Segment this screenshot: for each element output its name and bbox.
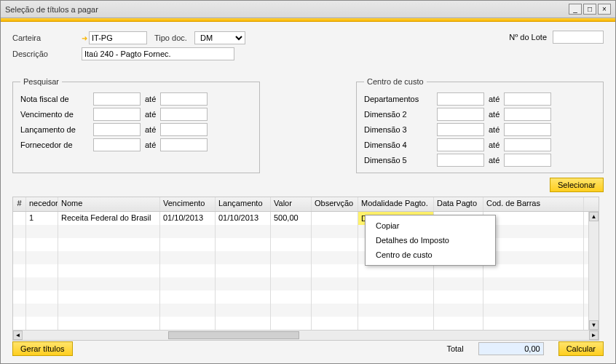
menu-centro-custo[interactable]: Centro de custo (366, 248, 495, 262)
tipodoc-select[interactable]: DM (194, 31, 245, 44)
scroll-thumb[interactable] (168, 331, 299, 339)
ate-label: até (145, 125, 156, 134)
col-data-pagto[interactable]: Data Pagto (434, 197, 483, 211)
cc-row-label: Departamentos (364, 95, 437, 103)
gerar-titulos-button[interactable]: Gerar títulos (12, 341, 73, 356)
table-row[interactable] (13, 317, 599, 330)
context-menu: Copiar Detalhes do Imposto Centro de cus… (365, 215, 496, 266)
lancamento-de-input[interactable] (93, 123, 141, 136)
vencimento-ate-input[interactable] (160, 108, 208, 121)
ate-label: até (489, 110, 499, 119)
ate-label: até (489, 156, 499, 165)
cell-obs (312, 212, 358, 225)
pesq-row-label: Nota fiscal de (20, 95, 93, 103)
minimize-button[interactable]: _ (569, 4, 582, 15)
col-nome[interactable]: Nome (58, 197, 160, 211)
centro-legend: Centro de custo (364, 77, 427, 86)
grid-header: # necedor Nome Vencimento Lançamento Val… (13, 197, 599, 212)
table-row[interactable] (13, 264, 599, 277)
selecionar-button[interactable]: Selecionar (550, 178, 604, 192)
dim5-ate-input[interactable] (504, 154, 551, 167)
ate-label: até (145, 110, 156, 119)
menu-detalhes-imposto[interactable]: Detalhes do Imposto (366, 233, 495, 248)
menu-copiar[interactable]: Copiar (366, 218, 495, 233)
lote-input[interactable] (553, 31, 604, 44)
grid: # necedor Nome Vencimento Lançamento Val… (12, 197, 599, 341)
fornecedor-ate-input[interactable] (160, 138, 208, 151)
total-label: Total (446, 344, 463, 353)
cell-valor: 500,00 (271, 212, 312, 225)
carteira-input[interactable] (89, 31, 147, 44)
cell-venc: 01/10/2013 (160, 212, 216, 225)
cell-necedor: 1 (26, 212, 58, 225)
col-lancamento[interactable]: Lançamento (216, 197, 271, 211)
vertical-scrollbar[interactable]: ▲ ▼ (588, 212, 599, 330)
cell-bar (483, 212, 584, 225)
dim2-de-input[interactable] (437, 108, 484, 121)
table-row[interactable] (13, 225, 599, 238)
tipodoc-label: Tipo doc. (154, 33, 194, 42)
departamentos-ate-input[interactable] (504, 92, 551, 106)
vencimento-de-input[interactable] (93, 108, 141, 121)
cell-nome: Receita Federal do Brasil (58, 212, 160, 225)
pesq-row-label: Vencimento de (20, 110, 93, 119)
dim3-de-input[interactable] (437, 123, 484, 136)
descricao-label: Descrição (12, 50, 82, 58)
pesq-row-label: Fornecedor de (20, 141, 93, 149)
total-value (478, 342, 544, 355)
window-title: Seleção de títulos a pagar (5, 5, 569, 14)
lote-label: Nº do Lote (509, 33, 547, 41)
arrow-icon: ➜ (82, 34, 87, 42)
centro-custo-fieldset: Centro de custo Departamentosaté Dimensã… (356, 77, 604, 173)
dim2-ate-input[interactable] (504, 108, 551, 121)
ate-label: até (489, 95, 499, 103)
pesquisar-legend: Pesquisar (20, 77, 62, 86)
pesquisar-fieldset: Pesquisar Nota fiscal deaté Vencimento d… (12, 77, 260, 173)
lancamento-ate-input[interactable] (160, 123, 208, 136)
scroll-right-icon[interactable]: ► (589, 331, 599, 340)
cc-row-label: Dimensão 3 (364, 125, 437, 134)
ate-label: até (489, 125, 499, 134)
table-row[interactable] (13, 251, 599, 264)
descricao-input[interactable] (82, 47, 234, 60)
col-modalidade[interactable]: Modalidade Pagto. (358, 197, 434, 211)
calcular-button[interactable]: Calcular (558, 341, 604, 356)
departamentos-de-input[interactable] (437, 92, 484, 106)
col-num[interactable]: # (13, 197, 26, 211)
titlebar: Seleção de títulos a pagar _ □ × (1, 1, 615, 18)
window: Seleção de títulos a pagar _ □ × Carteir… (0, 0, 616, 364)
col-vencimento[interactable]: Vencimento (160, 197, 216, 211)
col-necedor[interactable]: necedor (26, 197, 58, 211)
table-row[interactable] (13, 277, 599, 290)
col-cod-barras[interactable]: Cod. de Barras (483, 197, 584, 211)
nota-fiscal-de-input[interactable] (93, 92, 141, 106)
horizontal-scrollbar[interactable]: ◄ ► (13, 330, 599, 340)
table-row[interactable] (13, 304, 599, 317)
pesq-row-label: Lançamento de (20, 125, 93, 134)
dim3-ate-input[interactable] (504, 123, 551, 136)
cc-row-label: Dimensão 2 (364, 110, 437, 119)
carteira-label: Carteira (12, 33, 82, 42)
table-row[interactable] (13, 290, 599, 304)
dim4-ate-input[interactable] (504, 138, 551, 151)
scroll-down-icon[interactable]: ▼ (589, 320, 599, 330)
cell-num (13, 212, 26, 225)
nota-fiscal-ate-input[interactable] (160, 92, 208, 106)
ate-label: até (489, 141, 499, 149)
fornecedor-de-input[interactable] (93, 138, 141, 151)
scroll-left-icon[interactable]: ◄ (13, 331, 23, 340)
close-button[interactable]: × (598, 4, 611, 15)
maximize-button[interactable]: □ (583, 4, 596, 15)
dim5-de-input[interactable] (437, 154, 484, 167)
col-observacao[interactable]: Observção (312, 197, 358, 211)
dim4-de-input[interactable] (437, 138, 484, 151)
table-row[interactable] (13, 238, 599, 251)
cc-row-label: Dimensão 5 (364, 156, 437, 165)
cc-row-label: Dimensão 4 (364, 141, 437, 149)
cell-lanc: 01/10/2013 (216, 212, 271, 225)
scroll-up-icon[interactable]: ▲ (589, 212, 599, 221)
table-row[interactable]: 1 Receita Federal do Brasil 01/10/2013 0… (13, 212, 599, 225)
col-valor[interactable]: Valor (271, 197, 312, 211)
ate-label: até (145, 95, 156, 103)
ate-label: até (145, 141, 156, 149)
